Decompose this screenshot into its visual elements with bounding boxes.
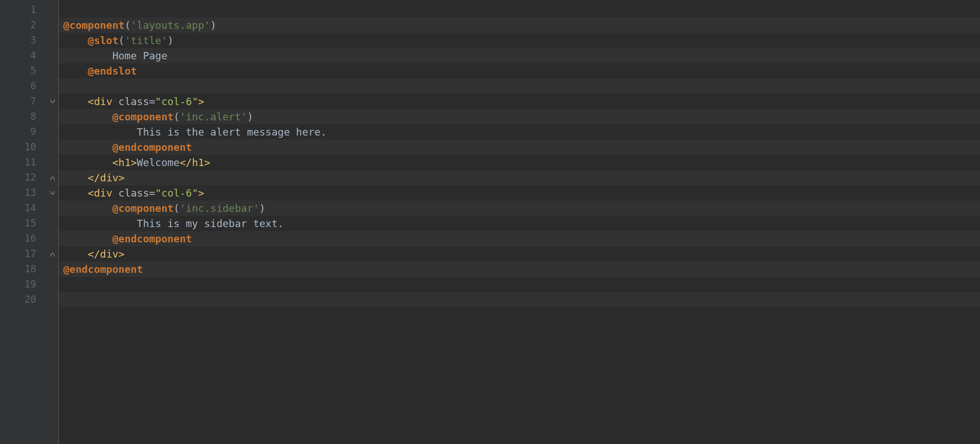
code-token (63, 187, 88, 199)
code-token (63, 233, 112, 245)
code-token (63, 65, 88, 77)
code-line[interactable]: @endcomponent (59, 262, 980, 277)
line-number: 6 (0, 79, 46, 94)
code-token: h1 (192, 156, 205, 168)
code-line[interactable]: <div class="col-6"> (59, 185, 980, 201)
fold-close-icon[interactable] (48, 246, 57, 262)
code-token: 'inc.sidebar' (180, 202, 259, 214)
code-token: div (94, 187, 118, 199)
code-token: > (131, 156, 137, 168)
code-line[interactable] (59, 79, 980, 94)
line-number: 4 (0, 48, 46, 63)
fold-open-icon[interactable] (48, 185, 57, 201)
code-area[interactable]: @component('layouts.app') @slot('title')… (59, 0, 980, 444)
code-token: ( (124, 19, 131, 31)
code-token: @slot (88, 34, 118, 46)
code-line[interactable]: @endslot (59, 63, 980, 79)
code-token: ) (259, 202, 266, 214)
line-number: 2 (0, 18, 46, 33)
fold-open-icon[interactable] (48, 94, 57, 109)
code-token: 'inc.alert' (180, 111, 247, 123)
code-token (63, 156, 112, 168)
line-number: 18 (0, 262, 46, 277)
code-token (63, 34, 88, 46)
code-token: @endcomponent (63, 263, 143, 275)
code-token: = (149, 95, 155, 107)
code-token: ) (167, 34, 174, 46)
code-token: ( (174, 202, 180, 214)
code-token: < (112, 156, 119, 168)
code-token: div (94, 95, 118, 107)
code-token: @component (112, 111, 174, 123)
code-line[interactable]: </div> (59, 170, 980, 185)
line-number: 13 (0, 185, 46, 201)
code-token: < (88, 95, 94, 107)
code-token: This is my sidebar text. (63, 217, 284, 229)
code-line[interactable]: @component('inc.sidebar') (59, 201, 980, 216)
code-editor[interactable]: 1234567891011121314151617181920 @compone… (0, 0, 980, 444)
code-token: @component (112, 202, 174, 214)
line-number: 10 (0, 140, 46, 155)
line-number: 14 (0, 201, 46, 216)
line-number: 15 (0, 216, 46, 231)
code-token: class (119, 95, 149, 107)
code-token (63, 111, 112, 123)
code-token: h1 (119, 156, 131, 168)
line-number: 3 (0, 33, 46, 48)
code-line[interactable]: <div class="col-6"> (59, 94, 980, 109)
code-token: > (204, 156, 210, 168)
code-token: " (192, 187, 198, 199)
code-line[interactable]: This is my sidebar text. (59, 216, 980, 231)
code-token: > (119, 172, 125, 184)
code-line[interactable]: @endcomponent (59, 140, 980, 155)
code-line[interactable]: @component('inc.alert') (59, 109, 980, 124)
code-token (63, 202, 112, 214)
code-line[interactable]: @slot('title') (59, 33, 980, 48)
code-token: @endslot (88, 65, 137, 77)
line-number: 11 (0, 155, 46, 170)
line-number: 16 (0, 231, 46, 246)
code-line[interactable] (59, 292, 980, 307)
code-token: </ (180, 156, 192, 168)
line-number-gutter: 1234567891011121314151617181920 (0, 0, 46, 444)
code-token: " (155, 95, 162, 107)
line-number: 20 (0, 292, 46, 307)
code-token: div (100, 172, 119, 184)
code-token: > (198, 95, 204, 107)
code-token: 'layouts.app' (131, 19, 210, 31)
fold-close-icon[interactable] (48, 170, 57, 185)
code-token: @endcomponent (112, 141, 192, 153)
code-token: ) (210, 19, 216, 31)
code-token: > (198, 187, 204, 199)
code-line[interactable]: @endcomponent (59, 231, 980, 246)
code-token: Home Page (63, 50, 167, 62)
code-token: 'title' (124, 34, 167, 46)
code-token: ) (247, 111, 253, 123)
line-number: 8 (0, 109, 46, 124)
code-line[interactable]: <h1>Welcome</h1> (59, 155, 980, 170)
code-line[interactable]: This is the alert message here. (59, 124, 980, 140)
code-token: class (119, 187, 149, 199)
code-line[interactable]: Home Page (59, 48, 980, 63)
code-line[interactable] (59, 277, 980, 292)
code-token: col-6 (161, 187, 192, 199)
code-token (63, 95, 88, 107)
code-token: " (192, 95, 198, 107)
code-token: " (155, 187, 162, 199)
code-token: @endcomponent (112, 233, 192, 245)
line-number: 1 (0, 2, 46, 18)
code-token: ( (174, 111, 180, 123)
code-token: Welcome (137, 156, 180, 168)
line-number: 9 (0, 124, 46, 140)
code-token: This is the alert message here. (63, 126, 327, 138)
line-number: 17 (0, 246, 46, 262)
code-token: @component (63, 19, 124, 31)
fold-gutter (46, 0, 59, 444)
code-line[interactable]: @component('layouts.app') (59, 18, 980, 33)
line-number: 12 (0, 170, 46, 185)
code-token: div (100, 248, 119, 260)
code-token (63, 248, 88, 260)
code-line[interactable] (59, 2, 980, 18)
code-token: col-6 (161, 95, 192, 107)
code-line[interactable]: </div> (59, 246, 980, 262)
